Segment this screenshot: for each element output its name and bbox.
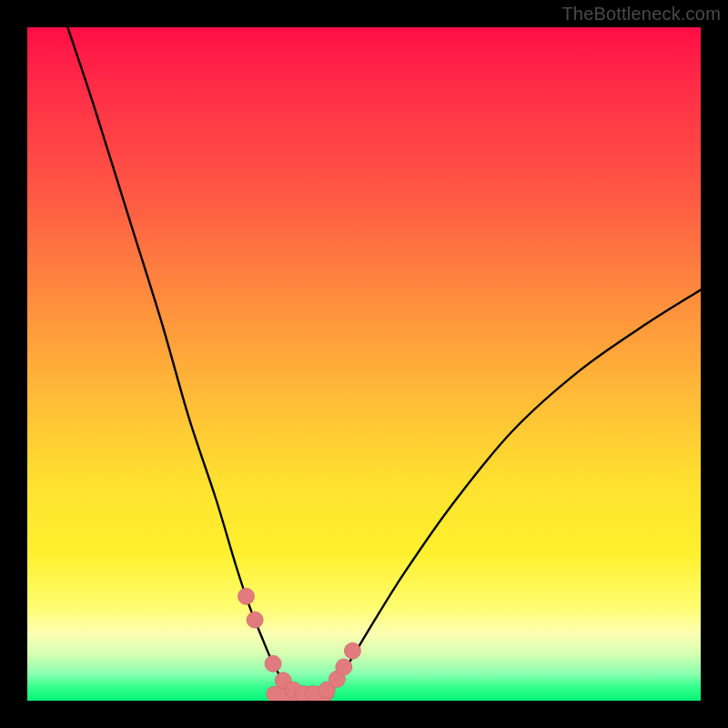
curve-group	[67, 27, 701, 694]
marker-point	[344, 642, 360, 659]
chart-overlay	[27, 27, 701, 701]
marker-point	[265, 655, 281, 672]
watermark-text: TheBottleneck.com	[561, 4, 721, 25]
marker-point	[247, 612, 263, 628]
marker-point	[238, 588, 255, 604]
frame: TheBottleneck.com	[0, 0, 728, 728]
marker-point	[336, 659, 352, 675]
plot-area	[27, 27, 701, 701]
curve-right-branch	[317, 290, 701, 694]
curve-left-branch	[67, 27, 303, 694]
marker-group	[238, 588, 361, 701]
